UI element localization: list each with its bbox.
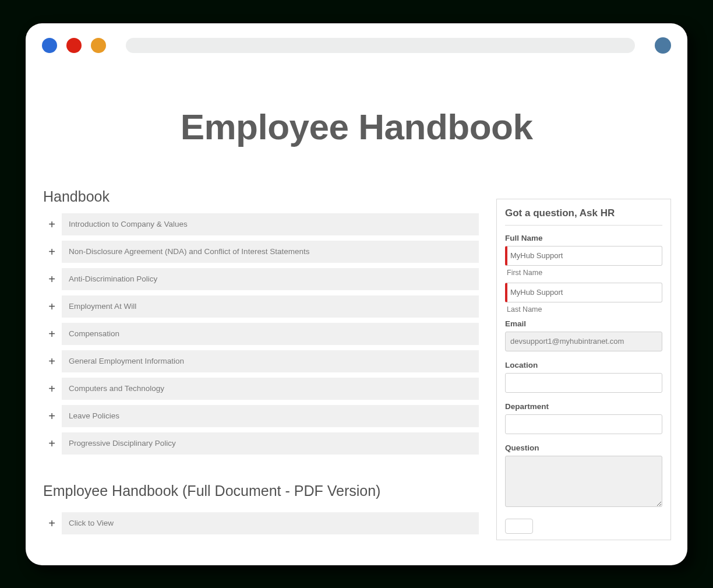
accordion-item[interactable]: + Leave Policies [42, 405, 479, 427]
submit-button[interactable] [505, 519, 533, 534]
location-input[interactable] [505, 373, 662, 393]
accordion-item-label: Computers and Technology [62, 378, 479, 400]
handbook-heading: Handbook [43, 188, 479, 205]
location-label: Location [505, 361, 662, 369]
pdf-accordion: + Click to View [42, 512, 479, 534]
accordion-item-label: Leave Policies [62, 405, 479, 427]
accordion-item[interactable]: + Employment At Will [42, 295, 479, 318]
pdf-section: Employee Handbook (Full Document - PDF V… [42, 483, 479, 534]
plus-icon: + [42, 355, 62, 367]
accordion-item[interactable]: + Compensation [42, 323, 479, 345]
first-name-sublabel: First Name [507, 269, 662, 277]
divider [505, 225, 662, 226]
pdf-heading: Employee Handbook (Full Document - PDF V… [43, 483, 479, 499]
window-dot-red [66, 38, 82, 53]
email-input[interactable] [505, 332, 662, 351]
plus-icon: + [42, 517, 62, 529]
plus-icon: + [42, 273, 62, 285]
last-name-sublabel: Last Name [507, 305, 662, 314]
accordion-item[interactable]: + Non-Disclosure Agreement (NDA) and Con… [42, 241, 479, 263]
accordion-item-label: Employment At Will [62, 295, 479, 318]
page-title: Employee Handbook [42, 106, 671, 147]
hr-card: Got a question, Ask HR Full Name First N… [496, 199, 671, 540]
accordion-item[interactable]: + Progressive Disciplinary Policy [42, 432, 479, 455]
hr-card-title: Got a question, Ask HR [505, 207, 662, 219]
plus-icon: + [42, 301, 62, 312]
main-column: Handbook + Introduction to Company & Val… [42, 188, 479, 562]
question-label: Question [505, 443, 662, 452]
plus-icon: + [42, 438, 62, 449]
accordion-item-label: Compensation [62, 323, 479, 345]
full-name-label: Full Name [505, 234, 662, 242]
accordion-item-label: General Employment Information [62, 350, 479, 372]
window-dot-orange [91, 38, 106, 53]
hr-sidebar: Got a question, Ask HR Full Name First N… [496, 188, 671, 562]
avatar[interactable] [655, 37, 671, 54]
accordion-item[interactable]: + Computers and Technology [42, 378, 479, 400]
handbook-accordion: + Introduction to Company & Values + Non… [42, 213, 479, 455]
window-dot-blue [42, 38, 57, 53]
email-label: Email [505, 319, 662, 328]
page-viewport: Employee Handbook Handbook + Introductio… [26, 68, 687, 565]
accordion-item-label: Click to View [62, 512, 479, 534]
accordion-item[interactable]: + Anti-Discrimination Policy [42, 268, 479, 290]
plus-icon: + [42, 246, 62, 258]
plus-icon: + [42, 219, 62, 230]
department-input[interactable] [505, 414, 662, 434]
browser-chrome [26, 23, 687, 68]
accordion-item[interactable]: + General Employment Information [42, 350, 479, 372]
address-bar[interactable] [126, 38, 635, 53]
content-area: Handbook + Introduction to Company & Val… [42, 188, 671, 562]
last-name-input[interactable] [505, 283, 662, 302]
browser-window: Employee Handbook Handbook + Introductio… [26, 23, 687, 565]
plus-icon: + [42, 410, 62, 422]
accordion-item-label: Progressive Disciplinary Policy [62, 432, 479, 455]
accordion-item-label: Introduction to Company & Values [62, 213, 479, 235]
accordion-item-label: Anti-Discrimination Policy [62, 268, 479, 290]
plus-icon: + [42, 328, 62, 340]
accordion-item[interactable]: + Introduction to Company & Values [42, 213, 479, 235]
accordion-item-label: Non-Disclosure Agreement (NDA) and Confl… [62, 241, 479, 263]
department-label: Department [505, 402, 662, 411]
plus-icon: + [42, 383, 62, 395]
question-textarea[interactable] [505, 456, 662, 507]
accordion-item[interactable]: + Click to View [42, 512, 479, 534]
first-name-input[interactable] [505, 246, 662, 266]
